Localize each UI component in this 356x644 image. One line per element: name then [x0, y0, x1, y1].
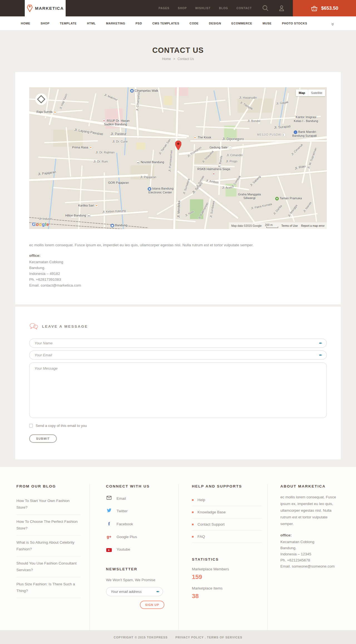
youtube-icon: ▶ [106, 547, 112, 552]
email-icon [106, 496, 112, 501]
bullet-icon [192, 536, 194, 538]
more-menu-icon[interactable] [331, 22, 334, 27]
blog-heading: FROM OUR BLOG [16, 484, 81, 488]
contact-card: ◆Cihampelas WalkJl. HasanudinJl. Haji Ya… [15, 72, 341, 304]
location-marker-icon[interactable] [175, 141, 181, 151]
blog-link[interactable]: Plus Size Fashion: Is There Such a Thing… [16, 577, 81, 598]
menu-code[interactable]: CODE [189, 22, 199, 25]
menu-cms-templates[interactable]: CMS TEMPLATES [152, 22, 179, 25]
newsletter-email-input[interactable] [106, 587, 163, 596]
send-copy-label[interactable]: Send a copy of this email to you [36, 424, 87, 428]
map-label: Jl. Gagak [276, 100, 289, 106]
map-label: Jl. Sabang [249, 175, 261, 187]
map-pan-control[interactable] [35, 93, 47, 106]
social-facebook[interactable]: fFacebook [106, 521, 178, 527]
menu-marketing[interactable]: MARKETING [106, 22, 125, 25]
bank-icon: ⌂ [294, 130, 297, 134]
message-textarea[interactable] [29, 362, 327, 418]
map-labels-layer: ◆Cihampelas WalkJl. HasanudinJl. Haji Ya… [29, 87, 327, 229]
privacy-terms-links[interactable]: PRIVACY POLICY . TERMS OF SERVICES [175, 636, 242, 639]
topnav-pages[interactable]: PAGES [159, 7, 169, 10]
menu-template[interactable]: TEMPLATE [60, 22, 77, 25]
map-button[interactable]: Map [296, 89, 308, 96]
cart-button[interactable]: $653.50 [293, 0, 356, 16]
page-header: CONTACT US Home > Contact Us [0, 31, 356, 61]
newsletter-heading: NEWSLETTER [106, 567, 178, 571]
signup-button[interactable]: SIGN UP [140, 601, 164, 609]
map-label: ΨThe Kiosk [192, 136, 211, 140]
map-scale: 200 m [265, 223, 278, 228]
top-nav: PAGESSHOPWISHLISTBLOGCONTACT [159, 0, 252, 16]
send-copy-checkbox[interactable] [29, 424, 33, 427]
help-link-faq[interactable]: FAQ [192, 531, 262, 543]
satellite-button[interactable]: Satellite [308, 89, 325, 96]
topnav-wishlist[interactable]: WISHLIST [195, 7, 211, 10]
menu-muse[interactable]: MUSE [263, 22, 272, 25]
brand-logo[interactable]: MARKETICA [25, 0, 66, 16]
search-icon[interactable] [262, 5, 269, 13]
map-label: Jl. Cimandiri [226, 153, 243, 157]
twitter-icon [106, 508, 112, 514]
breadcrumb-home[interactable]: Home [162, 57, 171, 61]
menu-psd[interactable]: PSD [135, 22, 142, 25]
social-youtube[interactable]: ▶Youtube [106, 547, 178, 552]
social-twitter[interactable]: Twitter [106, 508, 178, 514]
restaurant-icon: Ψ [193, 136, 197, 140]
help-link-help[interactable]: Help [192, 494, 262, 506]
social-email[interactable]: Email [106, 496, 178, 501]
submit-button[interactable]: SUBMIT [29, 434, 57, 443]
topnav-contact[interactable]: CONTACT [236, 7, 252, 10]
map-label: ⌂Bank Mandiri Bandung Surapati [292, 130, 317, 138]
map-label: Jl. Pasteur [111, 132, 127, 136]
map-label: Prima RasaΨ [72, 146, 93, 150]
terms-of-use-link[interactable]: Terms of Use [281, 224, 298, 227]
topnav-shop[interactable]: SHOP [178, 7, 187, 10]
google-map[interactable]: ◆Cihampelas WalkJl. HasanudinJl. Haji Ya… [29, 87, 327, 229]
blog-link[interactable]: How To Choose The Perfect Fashion Store? [16, 515, 81, 536]
blog-link[interactable]: How To Start Your Own Fashion Store? [16, 494, 81, 515]
copyright-bar: COPYRIGHT © 2015 TOKOPRESS PRIVACY POLIC… [0, 630, 356, 644]
user-icon[interactable] [278, 5, 285, 13]
page-footer: FROM OUR BLOG How To Start Your Own Fash… [0, 467, 356, 630]
map-label: ▣Bandung [110, 223, 127, 227]
menu-home[interactable]: HOME [21, 22, 30, 25]
office-label: office: [29, 253, 327, 258]
statistics-heading: STATISTICS [192, 557, 267, 561]
bullet-icon [192, 511, 194, 513]
menu-design[interactable]: DESIGN [209, 22, 221, 25]
help-link-contact-support[interactable]: Contact Support [192, 518, 262, 531]
menu-html[interactable]: HTML [87, 22, 96, 25]
menu-shop[interactable]: SHOP [41, 22, 50, 25]
social-label: Email [117, 496, 126, 501]
breadcrumb-current: Contact Us [177, 57, 194, 61]
cart-icon [311, 5, 318, 12]
map-label: Jl. Tirtayasa [201, 150, 214, 164]
top-header: MARKETICA PAGESSHOPWISHLISTBLOGCONTACT $… [0, 0, 356, 16]
map-label: Raja SundaΨ [36, 110, 58, 114]
office-line: Ph. +6212345678 [280, 557, 338, 563]
blog-link[interactable]: Should You Use Fashion Consultant Servic… [16, 556, 81, 577]
hotel-icon: ▬ [87, 214, 91, 217]
map-label: HRSUP Dr. Hasan Sadikin Bandung [102, 119, 130, 127]
blog-link[interactable]: What is So Alluring About Celebrity Fash… [16, 536, 81, 556]
map-label: Jl. Cimanuk [290, 143, 304, 156]
hospital-icon: H [212, 172, 216, 176]
about-text: ec mollis lorem consequat. Fusce ipsum e… [280, 494, 338, 527]
social-google-plus[interactable]: g+Google Plus [106, 534, 178, 539]
office-label: office: [280, 532, 338, 538]
help-label: Contact Support [197, 522, 225, 526]
topnav-blog[interactable]: BLOG [219, 7, 228, 10]
menu-photo-stocks[interactable]: PHOTO STOCKS [282, 22, 307, 25]
menu-ecommerce[interactable]: ECOMMERCE [231, 22, 252, 25]
help-heading: HELP AND SUPPORTS [192, 484, 267, 488]
email-input[interactable] [29, 350, 327, 360]
help-label: Knowladge Base [197, 510, 226, 514]
form-heading: LEAVE A MESSAGE [29, 323, 327, 330]
help-link-knowladge-base[interactable]: Knowladge Base [192, 506, 262, 518]
social-label: Facebook [117, 522, 133, 526]
stat-value: 38 [192, 593, 267, 600]
report-map-error-link[interactable]: Report a map error [301, 224, 325, 227]
map-label: Jl. Pajajaran [38, 170, 56, 176]
name-input[interactable] [29, 339, 327, 348]
map-label: ◆Istana Bandung Electronic Center [147, 187, 174, 195]
